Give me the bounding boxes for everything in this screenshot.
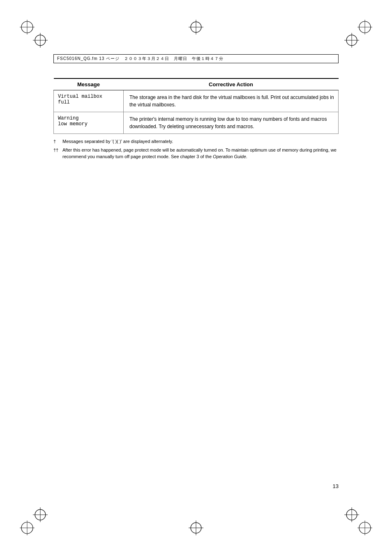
page-number: 13 xyxy=(333,483,339,489)
message-table: Message Corrective Action Virtual mailbo… xyxy=(53,78,339,134)
col-header-message: Message xyxy=(54,78,124,90)
footnote-italic: Operation Guide xyxy=(213,154,246,159)
reg-mark-br-outer xyxy=(357,520,372,535)
header-text: FSC5016N_QG.fm 13 ページ ２００３年３月２４日 月曜日 午後１… xyxy=(57,56,224,62)
page: FSC5016N_QG.fm 13 ページ ２００３年３月２４日 月曜日 午後１… xyxy=(0,0,392,555)
reg-mark-tl-inner xyxy=(33,33,48,48)
reg-mark-bl-outer xyxy=(20,520,35,535)
footnote-symbol-2: †† xyxy=(53,147,62,160)
reg-mark-br-inner xyxy=(344,507,359,522)
footnote-1: † Messages separated by '( )( )' are dis… xyxy=(53,138,339,145)
footnote-symbol-1: † xyxy=(53,138,62,145)
table-row: Virtual mailbox full The storage area in… xyxy=(54,90,339,112)
reg-mark-tc xyxy=(189,20,203,35)
footnote-2: †† After this error has happened, page p… xyxy=(53,147,339,160)
main-content: Message Corrective Action Virtual mailbo… xyxy=(53,74,339,162)
action-cell-1: The storage area in the hard disk for th… xyxy=(124,90,339,112)
reg-mark-tr-inner xyxy=(344,33,359,48)
message-cell-1: Virtual mailbox full xyxy=(54,90,124,112)
reg-mark-tr-outer xyxy=(357,20,372,35)
reg-mark-bc xyxy=(189,520,203,535)
col-header-action: Corrective Action xyxy=(124,78,339,90)
footnote-text-2: After this error has happened, page prot… xyxy=(62,147,339,160)
header-bar: FSC5016N_QG.fm 13 ページ ２００３年３月２４日 月曜日 午後１… xyxy=(53,54,339,63)
footnote-text-1: Messages separated by '( )( )' are displ… xyxy=(62,138,173,145)
message-cell-2: Warning low memory xyxy=(54,112,124,134)
table-header-row: Message Corrective Action xyxy=(54,78,339,90)
table-body: Virtual mailbox full The storage area in… xyxy=(54,90,339,134)
table-row: Warning low memory The printer's interna… xyxy=(54,112,339,134)
action-cell-2: The printer's internal memory is running… xyxy=(124,112,339,134)
footnotes: † Messages separated by '( )( )' are dis… xyxy=(53,138,339,160)
reg-mark-tl-outer xyxy=(20,20,35,35)
reg-mark-bl-inner xyxy=(33,507,48,522)
